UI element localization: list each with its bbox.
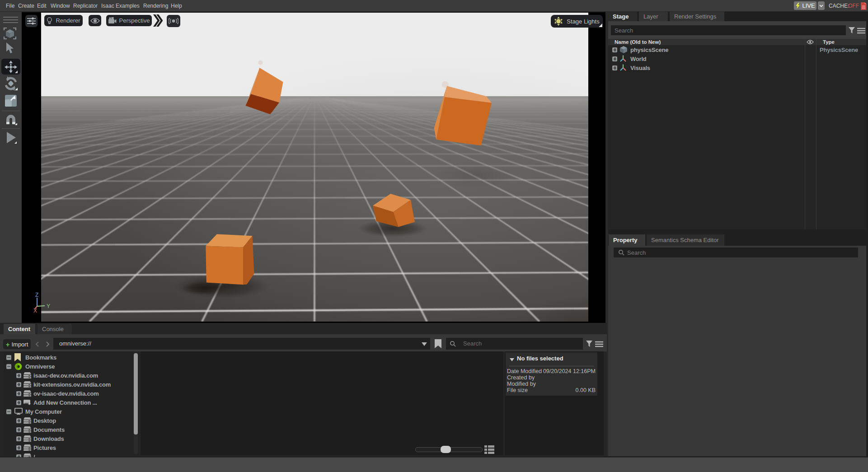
svg-text:Z: Z: [35, 292, 38, 298]
svg-text:Y: Y: [47, 303, 50, 309]
svg-text:X: X: [33, 308, 37, 314]
